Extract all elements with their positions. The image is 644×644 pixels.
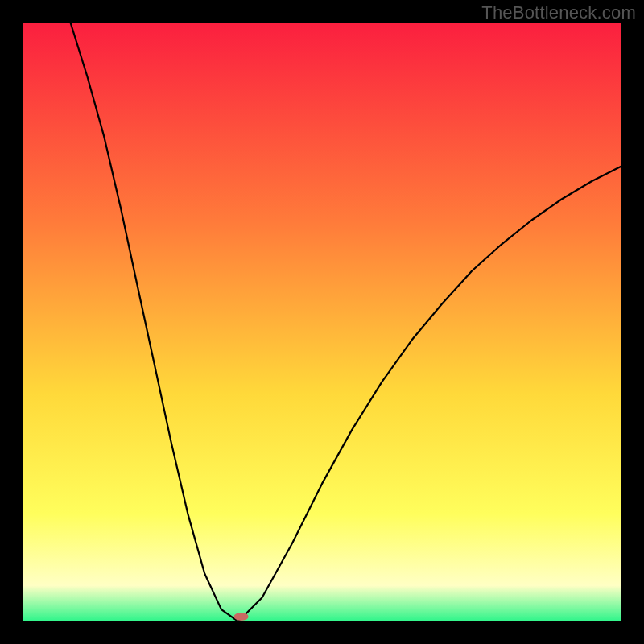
plot-area — [23, 23, 621, 621]
chart-frame: TheBottleneck.com — [0, 0, 644, 644]
watermark-text: TheBottleneck.com — [481, 2, 636, 23]
minimum-point-marker — [234, 613, 249, 621]
gradient-background — [23, 23, 621, 621]
chart-svg — [23, 23, 621, 621]
